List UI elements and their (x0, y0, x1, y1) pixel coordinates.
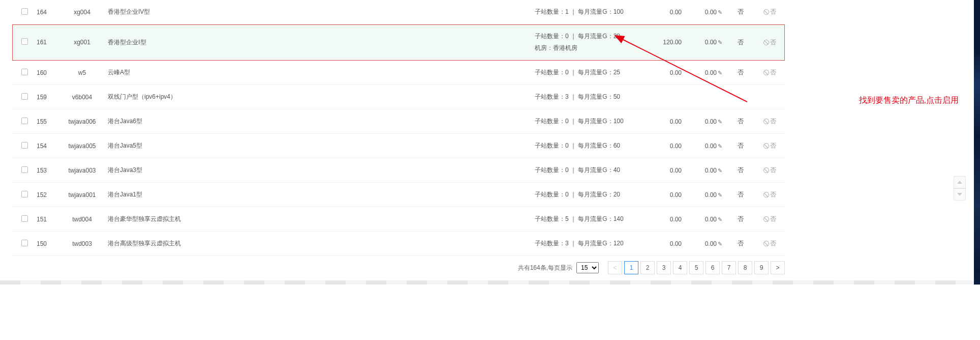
row-code: v6b004 (60, 85, 104, 109)
row-name: 香港型企业IV型 (104, 0, 271, 24)
row-name: 双线门户型（ipv6+ipv4） (104, 85, 271, 109)
pencil-icon[interactable]: ✎ (718, 143, 722, 150)
ban-icon[interactable] (763, 119, 769, 124)
decorative-bottom (0, 280, 974, 285)
action-text[interactable]: 否 (770, 142, 776, 149)
row-action: 否 (754, 0, 785, 24)
row-flag: 否 (726, 232, 754, 256)
row-info: 子站数量：3 ｜ 每月流量G：120 (531, 232, 637, 256)
row-info: 子站数量：0 ｜ 每月流量G：20 (531, 183, 637, 207)
ban-icon[interactable] (763, 192, 769, 197)
row-checkbox[interactable] (21, 142, 28, 149)
row-id: 159 (33, 85, 60, 109)
row-checkbox[interactable] (21, 240, 28, 246)
row-name: 港台Java5型 (104, 134, 271, 158)
pencil-icon[interactable]: ✎ (718, 241, 722, 247)
row-info: 子站数量：0 ｜ 每月流量G：60 (531, 134, 637, 158)
annotation-text: 找到要售卖的产品,点击启用 (859, 95, 959, 106)
action-text[interactable]: 否 (770, 118, 776, 125)
row-price2: 0.00✎ (686, 207, 726, 232)
decorative-edge (974, 0, 980, 285)
page-button[interactable]: 1 (624, 261, 638, 274)
per-page-select[interactable]: 15 (576, 262, 599, 273)
table-footer: 共有164条,每页显示 15 < 123456789 > (12, 261, 785, 274)
page-button[interactable]: 5 (689, 261, 703, 274)
row-name: 港台Java6型 (104, 109, 271, 134)
row-code: xg004 (60, 0, 104, 24)
row-code: twjava003 (60, 158, 104, 183)
row-price2: 0.00✎ (686, 232, 726, 256)
page-button[interactable]: 3 (657, 261, 671, 274)
ban-icon[interactable] (763, 9, 769, 15)
pencil-icon[interactable]: ✎ (718, 119, 722, 125)
action-text[interactable]: 否 (770, 240, 776, 247)
row-name: 港台豪华型独享云虚拟主机 (104, 207, 271, 232)
ban-icon[interactable] (763, 40, 769, 45)
table-row: 159v6b004双线门户型（ipv6+ipv4）子站数量：3 ｜ 每月流量G：… (12, 85, 785, 109)
row-id: 151 (33, 207, 60, 232)
row-price1 (637, 85, 686, 109)
page-next-button[interactable]: > (771, 261, 785, 274)
row-checkbox[interactable] (21, 191, 28, 197)
row-checkbox[interactable] (21, 166, 28, 173)
row-info: 子站数量：0 ｜ 每月流量G：40 (531, 158, 637, 183)
row-info: 子站数量：3 ｜ 每月流量G：50 (531, 85, 637, 109)
row-price1: 120.00 (637, 24, 686, 61)
page-button[interactable]: 6 (706, 261, 720, 274)
row-code: w5 (60, 61, 104, 85)
row-action (754, 85, 785, 109)
page-button[interactable]: 8 (738, 261, 752, 274)
pencil-icon[interactable]: ✎ (718, 216, 722, 223)
row-flag: 否 (726, 134, 754, 158)
pencil-icon[interactable]: ✎ (718, 192, 722, 199)
row-checkbox[interactable] (21, 93, 28, 100)
ban-icon[interactable] (763, 70, 769, 75)
row-checkbox[interactable] (21, 118, 28, 124)
page-button[interactable]: 7 (722, 261, 736, 274)
row-name: 港台Java3型 (104, 158, 271, 183)
table-row: 160w5云峰A型子站数量：0 ｜ 每月流量G：250.000.00✎否否 (12, 61, 785, 85)
page-button[interactable]: 9 (754, 261, 769, 274)
action-text[interactable]: 否 (770, 166, 776, 174)
action-text[interactable]: 否 (770, 215, 776, 222)
row-price1: 0.00 (637, 183, 686, 207)
ban-icon[interactable] (763, 216, 769, 222)
action-text[interactable]: 否 (770, 8, 776, 15)
row-price2: 0.00✎ (686, 134, 726, 158)
pencil-icon[interactable]: ✎ (718, 167, 722, 174)
ban-icon[interactable] (763, 241, 769, 246)
action-text[interactable]: 否 (770, 69, 776, 76)
page-prev-button[interactable]: < (608, 261, 622, 274)
row-price1: 0.00 (637, 158, 686, 183)
scroll-up-button[interactable] (954, 176, 966, 188)
row-flag: 否 (726, 0, 754, 24)
action-text[interactable]: 否 (770, 191, 776, 198)
pencil-icon[interactable]: ✎ (718, 70, 722, 76)
row-action: 否 (754, 109, 785, 134)
ban-icon[interactable] (763, 143, 769, 149)
action-text[interactable]: 否 (770, 39, 776, 46)
row-flag: 否 (726, 61, 754, 85)
row-flag: 否 (726, 109, 754, 134)
row-checkbox[interactable] (21, 8, 28, 15)
row-flag: 否 (726, 183, 754, 207)
row-flag: 否 (726, 24, 754, 61)
total-count-text: 共有164条,每页显示 (518, 264, 572, 272)
row-name: 云峰A型 (104, 61, 271, 85)
page-button[interactable]: 2 (640, 261, 655, 274)
row-code: xg001 (60, 24, 104, 61)
ban-icon[interactable] (763, 167, 769, 173)
row-checkbox[interactable] (21, 69, 28, 75)
pencil-icon[interactable]: ✎ (718, 39, 722, 46)
scroll-down-button[interactable] (954, 188, 966, 201)
pencil-icon[interactable]: ✎ (718, 9, 722, 16)
row-code: twd003 (60, 232, 104, 256)
row-checkbox[interactable] (21, 215, 28, 222)
row-code: twd004 (60, 207, 104, 232)
row-checkbox[interactable] (21, 38, 28, 45)
row-price2: 0.00✎ (686, 183, 726, 207)
page-button[interactable]: 4 (673, 261, 687, 274)
row-action: 否 (754, 207, 785, 232)
row-price2: 0.00✎ (686, 158, 726, 183)
table-row: 164xg004香港型企业IV型子站数量：1 ｜ 每月流量G：1000.000.… (12, 0, 785, 24)
